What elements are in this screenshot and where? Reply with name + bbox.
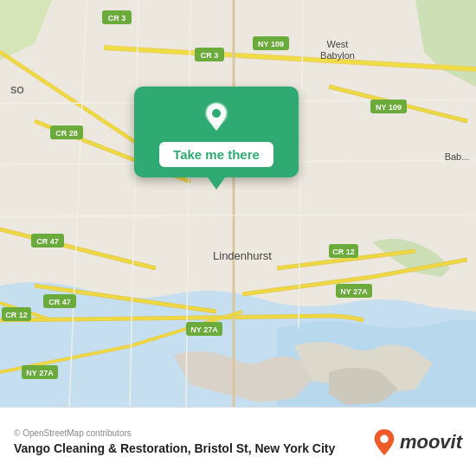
svg-text:NY 27A: NY 27A bbox=[340, 287, 368, 296]
moovit-text: moovit bbox=[400, 431, 462, 453]
svg-text:Lindenhurst: Lindenhurst bbox=[213, 249, 272, 262]
moovit-logo: moovit bbox=[372, 428, 462, 457]
svg-text:CR 47: CR 47 bbox=[36, 237, 59, 246]
svg-text:SO: SO bbox=[10, 85, 24, 95]
location-pin-icon bbox=[199, 100, 234, 135]
popup-card: Take me there bbox=[134, 87, 299, 177]
bottom-info: © OpenStreetMap contributors Vango Clean… bbox=[14, 428, 372, 455]
svg-text:NY 109: NY 109 bbox=[258, 40, 284, 48]
svg-text:CR 12: CR 12 bbox=[5, 311, 28, 319]
svg-text:NY 109: NY 109 bbox=[376, 103, 402, 112]
take-me-there-button[interactable]: Take me there bbox=[159, 142, 273, 167]
svg-text:CR 3: CR 3 bbox=[108, 14, 126, 23]
bottom-bar: © OpenStreetMap contributors Vango Clean… bbox=[0, 407, 476, 476]
svg-text:CR 47: CR 47 bbox=[48, 298, 71, 306]
map-svg: CR 3 CR 3 NY 109 SO CR 28 CR 47 CR 47 CR… bbox=[0, 0, 476, 407]
svg-text:NY 27A: NY 27A bbox=[190, 325, 218, 334]
svg-text:Bab...: Bab... bbox=[445, 151, 470, 162]
svg-text:West: West bbox=[327, 39, 349, 49]
location-name-text: Vango Cleaning & Restoration, Bristol St… bbox=[14, 441, 372, 455]
map-area[interactable]: CR 3 CR 3 NY 109 SO CR 28 CR 47 CR 47 CR… bbox=[0, 0, 476, 407]
svg-text:NY 27A: NY 27A bbox=[26, 369, 54, 377]
svg-point-41 bbox=[212, 109, 221, 118]
svg-text:CR 28: CR 28 bbox=[55, 129, 78, 138]
moovit-pin-icon bbox=[372, 428, 396, 457]
copyright-text: © OpenStreetMap contributors bbox=[14, 428, 372, 438]
svg-point-42 bbox=[380, 434, 388, 442]
svg-text:CR 12: CR 12 bbox=[332, 248, 355, 256]
svg-text:CR 3: CR 3 bbox=[201, 51, 219, 60]
svg-text:Babylon: Babylon bbox=[320, 50, 355, 61]
